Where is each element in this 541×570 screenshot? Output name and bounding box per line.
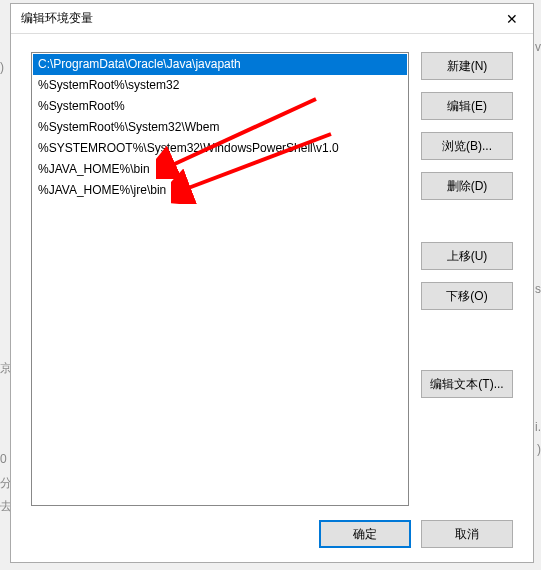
list-item[interactable]: %JAVA_HOME%\jre\bin [33,180,407,201]
path-listbox[interactable]: C:\ProgramData\Oracle\Java\javapath%Syst… [31,52,409,506]
cancel-button[interactable]: 取消 [421,520,513,548]
ok-button[interactable]: 确定 [319,520,411,548]
list-item[interactable]: %SYSTEMROOT%\System32\WindowsPowerShell\… [33,138,407,159]
close-icon: ✕ [506,11,518,27]
dialog-content: C:\ProgramData\Oracle\Java\javapath%Syst… [11,34,533,562]
bg-fragment: v [535,40,541,54]
list-item[interactable]: %SystemRoot%\system32 [33,75,407,96]
bg-fragment: i. [535,420,541,434]
dialog-bottom-row: 确定 取消 [31,506,513,548]
move-up-button[interactable]: 上移(U) [421,242,513,270]
list-item[interactable]: %SystemRoot% [33,96,407,117]
list-item[interactable]: C:\ProgramData\Oracle\Java\javapath [33,54,407,75]
delete-button[interactable]: 删除(D) [421,172,513,200]
side-button-column: 新建(N) 编辑(E) 浏览(B)... 删除(D) 上移(U) 下移(O) 编… [421,52,513,506]
close-button[interactable]: ✕ [491,4,533,34]
dialog-window: 编辑环境变量 ✕ C:\ProgramData\Oracle\Java\java… [10,3,534,563]
move-down-button[interactable]: 下移(O) [421,282,513,310]
new-button[interactable]: 新建(N) [421,52,513,80]
window-title: 编辑环境变量 [21,10,93,27]
titlebar: 编辑环境变量 ✕ [11,4,533,34]
bg-fragment: ) [0,60,4,74]
edit-button[interactable]: 编辑(E) [421,92,513,120]
edit-text-button[interactable]: 编辑文本(T)... [421,370,513,398]
bg-fragment: s [535,282,541,296]
browse-button[interactable]: 浏览(B)... [421,132,513,160]
main-row: C:\ProgramData\Oracle\Java\javapath%Syst… [31,52,513,506]
bg-fragment: ) [537,442,541,456]
list-item[interactable]: %SystemRoot%\System32\Wbem [33,117,407,138]
bg-fragment: 0 [0,452,7,466]
list-item[interactable]: %JAVA_HOME%\bin [33,159,407,180]
